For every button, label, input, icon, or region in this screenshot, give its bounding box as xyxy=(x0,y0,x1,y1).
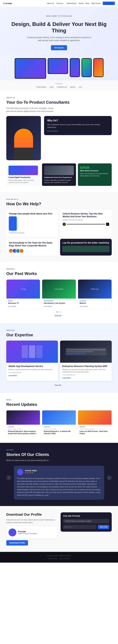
update-tag-3: PROJECT xyxy=(80,426,110,428)
help-card-1-desc: Custom Brand Identity xyxy=(9,232,55,234)
testimonial-author: Amirul Hafiz ★★★★★ xyxy=(17,469,101,475)
wave-visual xyxy=(63,246,109,252)
expertise-thumb-2 xyxy=(60,340,112,363)
nav-blog[interactable]: Blog xyxy=(86,2,89,4)
download-right: Chat with FixColab Hi there! How can we … xyxy=(60,512,112,546)
author-avatar xyxy=(17,469,23,475)
footer-privacy-link[interactable]: Privacy Policy xyxy=(48,558,57,560)
update-thumb-1 xyxy=(6,410,40,425)
expertise-body-2: Enterprise Resource Planning System ERP … xyxy=(60,363,112,381)
testimonials-title: Stories Of Our Clients xyxy=(6,452,112,457)
consultant-title: Your Go-To Product Consultants xyxy=(6,100,112,105)
work-thumb-2: Loan System xyxy=(42,280,76,298)
nav-dot-1[interactable] xyxy=(57,312,58,312)
why-us-link[interactable]: Find Out Why → xyxy=(47,130,109,132)
nav-dot-3[interactable] xyxy=(60,312,61,312)
chat-send-button[interactable]: Start Chat xyxy=(98,525,109,529)
update-tag-2: PODCAST xyxy=(44,426,74,428)
feature-title-2: Implement Good User Experience xyxy=(44,176,74,178)
feature-card-1: Create Digital Touchpoints Build landing… xyxy=(6,164,40,186)
update-card-1: PODCAST Posted: March 18, 2022 [Podcast]… xyxy=(6,410,40,436)
consultant-grid: Why Us? We consistently assume project d… xyxy=(6,116,112,160)
updates-tag: NEWS xyxy=(6,399,112,400)
chat-header: Chat with FixColab xyxy=(63,515,109,517)
footer-terms-link[interactable]: Terms of Service xyxy=(59,558,70,560)
expertise-from-1: From RM4,000.00 xyxy=(8,372,56,374)
nav-media[interactable]: Media xyxy=(79,2,83,4)
why-us-box: Why Us? We consistently assume project d… xyxy=(44,116,112,135)
consultant-info: Why Us? We consistently assume project d… xyxy=(44,116,112,160)
expertise-view-all[interactable]: View All → xyxy=(55,384,63,386)
hero-title: Design, Build & Deliver Your Next Big Th… xyxy=(6,21,112,34)
consultant-image xyxy=(6,116,41,160)
author-name: Amirul Hafiz xyxy=(25,469,37,472)
work-tag-1: AWARD xyxy=(8,300,38,302)
navbar: FixColab About Us Services ↓ Methodology… xyxy=(0,0,118,7)
feature-desc-1: Build landing pages, high converting web… xyxy=(8,179,38,184)
connector-line xyxy=(67,224,105,224)
expertise-link-1[interactable]: Learn More xyxy=(8,375,56,376)
work-title-3: MobCut xyxy=(80,302,110,304)
trusted-logo-5: ©21 xyxy=(79,86,82,88)
download-button[interactable]: Download Profile xyxy=(6,540,28,546)
work-link-1[interactable]: See Portfolio xyxy=(8,306,16,307)
profile-role: Digital Product Consultants xyxy=(18,533,37,534)
download-section: Download Our Profile Interested to see i… xyxy=(0,506,118,552)
update-thumb-3 xyxy=(78,410,112,425)
download-desc: Interested to see if we have what it tak… xyxy=(6,518,58,524)
hero-description: Combining design thinking, UI/UX strateg… xyxy=(26,36,92,42)
update-card-3: PROJECT Posted: February 16, 2022 Learn … xyxy=(78,410,112,436)
nav-cta-button[interactable]: Get Quote xyxy=(103,2,115,5)
logo-colab: Colab xyxy=(6,2,12,4)
testimonial-prev-button[interactable]: ‹ xyxy=(6,475,11,480)
testimonial-next-button[interactable]: › xyxy=(107,475,112,480)
nav-methodology[interactable]: Methodology xyxy=(66,2,76,4)
card-mockup-2 xyxy=(44,166,74,175)
help-card-2-desc: websites that fill your pipeline xyxy=(63,219,109,221)
chat-input[interactable] xyxy=(63,525,97,529)
card-mockup-1 xyxy=(8,166,38,175)
update-title-3: Learn our UI/UX Process - Real Client Pr… xyxy=(80,430,110,435)
trusted-logo-1: THEPLANET xyxy=(36,86,47,88)
works-view-all[interactable]: View All → xyxy=(55,315,63,316)
nav-help[interactable]: Help Center xyxy=(91,2,101,4)
trusted-label: Trusted by xyxy=(5,83,113,84)
expertise-link-2[interactable]: Learn More xyxy=(62,377,110,379)
expertise-grid: Mobile App Development Service Enhance c… xyxy=(6,340,112,381)
phone-mockup-2 xyxy=(81,58,92,77)
nav-dot-2[interactable] xyxy=(59,312,59,312)
update-body-3: PROJECT Posted: February 16, 2022 Learn … xyxy=(78,425,112,436)
download-left: Download Our Profile Interested to see i… xyxy=(6,512,58,546)
testimonial-stars: ★★★★★ xyxy=(25,472,37,474)
help-tag: HOW WE DO IT xyxy=(6,198,112,200)
feature-title-1: Create Digital Touchpoints xyxy=(8,176,38,178)
expertise-body-1: Mobile App Development Service Enhance c… xyxy=(6,363,58,379)
testimonial-text: "FixColab has done an amazing job in bri… xyxy=(17,477,101,496)
why-us-desc: We consistently assume project deliverab… xyxy=(47,123,109,128)
nav-services[interactable]: Services ↓ xyxy=(56,2,64,4)
expertise-thumb-1 xyxy=(6,340,58,363)
footer-text: © 2022 FixColab. All Rights Reserved. xyxy=(6,555,112,556)
help-card-1: Change how people think about your firm … xyxy=(6,210,58,236)
hero-cta-button[interactable]: Get Quote xyxy=(51,45,67,50)
work-tag-2: NEW EVIDENCE xyxy=(44,300,74,302)
phone-screen-3 xyxy=(94,59,103,76)
feature-desc-3: Steer your business to the right directi… xyxy=(80,172,110,177)
expertise-tag: SERVICES xyxy=(6,330,112,331)
dashboard-bar-1 xyxy=(66,349,105,350)
feature-amount: $493k xyxy=(80,166,110,170)
update-body-1: PODCAST Posted: March 18, 2022 [Podcast]… xyxy=(6,425,40,436)
logo-fix: Fix xyxy=(3,2,6,4)
help-grid: Change how people think about your firm … xyxy=(6,210,112,256)
phone-mockup-3 xyxy=(93,58,104,77)
chat-widget: Chat with FixColab Hi there! How can we … xyxy=(60,512,112,532)
help-card-1-title: Change how people think about your firm xyxy=(9,212,55,215)
work-card-2: Loan System NEW EVIDENCE Interdentary Lo… xyxy=(42,280,76,309)
testimonials-section: REVIEWS Stories Of Our Clients What our … xyxy=(0,443,118,506)
laptop-mockup xyxy=(15,58,46,79)
work-link-2[interactable]: See Portfolio xyxy=(44,306,52,307)
profile-name: FixColab xyxy=(18,530,37,533)
trusted-section: Trusted by THEPLANET KRG CHIROPLUS MuSiC… xyxy=(0,80,118,90)
nav-about[interactable]: About Us xyxy=(47,2,54,4)
work-link-3[interactable]: See Portfolio xyxy=(80,306,88,307)
